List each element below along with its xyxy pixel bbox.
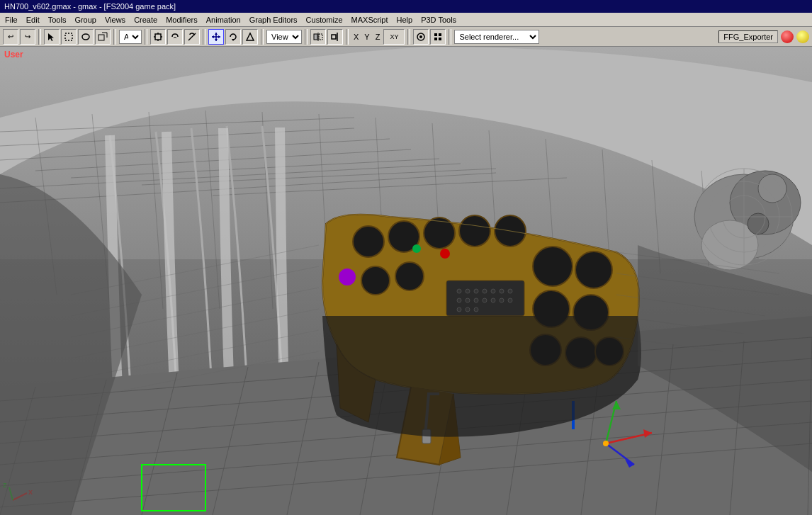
svg-point-75 <box>533 247 573 286</box>
menu-bar: File Edit Tools Group Views Create Modif… <box>0 13 812 27</box>
viewport: User <box>0 47 812 515</box>
svg-point-98 <box>466 307 470 312</box>
svg-point-1 <box>82 34 89 40</box>
svg-rect-2 <box>98 35 104 40</box>
mirror-button[interactable] <box>310 29 326 45</box>
svg-point-43 <box>758 174 786 203</box>
svg-rect-7 <box>332 35 336 39</box>
svg-point-73 <box>361 266 390 295</box>
toolbar-right: FFG_Exporter <box>718 30 809 43</box>
svg-rect-12 <box>439 33 441 36</box>
x-label: X <box>351 33 361 41</box>
warning-button[interactable] <box>796 30 809 43</box>
y-label: Y <box>362 33 371 41</box>
separator-1 <box>38 29 41 45</box>
svg-point-44 <box>748 213 769 234</box>
align-button[interactable] <box>327 29 343 45</box>
lasso-select-button[interactable] <box>78 29 94 45</box>
exporter-label: FFG_Exporter <box>718 30 778 43</box>
svg-point-83 <box>457 289 461 293</box>
separator-2 <box>113 29 116 45</box>
separator-5 <box>261 29 264 45</box>
link-button[interactable] <box>167 29 183 45</box>
svg-rect-13 <box>434 38 437 40</box>
view-mode-dropdown[interactable]: View <box>266 30 302 44</box>
menu-help[interactable]: Help <box>393 15 417 25</box>
menu-p3d-tools[interactable]: P3D Tools <box>417 15 460 25</box>
svg-point-68 <box>353 226 384 257</box>
separator-4 <box>203 29 205 45</box>
svg-point-71 <box>459 215 490 247</box>
undo-button[interactable]: ↩ <box>3 29 18 45</box>
unlink-button[interactable] <box>184 29 200 45</box>
svg-point-89 <box>508 289 512 293</box>
rotate-button[interactable] <box>225 29 241 45</box>
toolbar: ↩ ↪ All View <box>0 27 812 47</box>
svg-point-87 <box>491 289 495 293</box>
scale-button[interactable] <box>242 29 258 45</box>
svg-point-74 <box>395 262 424 290</box>
menu-modifiers[interactable]: Modifiers <box>162 15 201 25</box>
svg-point-90 <box>457 298 461 302</box>
svg-point-92 <box>474 298 478 302</box>
svg-point-100 <box>440 249 450 259</box>
svg-rect-11 <box>434 33 437 36</box>
window-cross-button[interactable] <box>95 29 111 45</box>
xyz-lock-button[interactable]: XY <box>383 29 405 45</box>
svg-point-111 <box>603 441 609 446</box>
menu-tools[interactable]: Tools <box>45 15 70 25</box>
svg-point-99 <box>474 307 478 312</box>
svg-point-101 <box>339 268 356 285</box>
svg-point-102 <box>412 244 421 253</box>
select-object-button[interactable] <box>150 29 166 45</box>
separator-8 <box>407 29 410 45</box>
move-button[interactable] <box>208 29 224 45</box>
svg-point-96 <box>508 298 512 302</box>
menu-graph-editors[interactable]: Graph Editors <box>246 15 301 25</box>
menu-views[interactable]: Views <box>101 15 129 25</box>
select-region-button[interactable] <box>61 29 77 45</box>
menu-create[interactable]: Create <box>130 15 161 25</box>
redo-button[interactable]: ↪ <box>20 29 35 45</box>
svg-point-86 <box>483 289 487 293</box>
svg-point-93 <box>483 298 487 302</box>
svg-rect-0 <box>65 33 72 40</box>
svg-point-95 <box>500 298 504 302</box>
svg-point-84 <box>466 289 470 293</box>
menu-animation[interactable]: Animation <box>203 15 244 25</box>
svg-point-10 <box>419 35 422 38</box>
viewport-label: User <box>4 50 23 60</box>
menu-group[interactable]: Group <box>71 15 100 25</box>
svg-point-94 <box>491 298 495 302</box>
svg-rect-14 <box>439 38 441 40</box>
snap-options[interactable] <box>430 29 446 45</box>
svg-rect-3 <box>155 34 161 40</box>
scene-canvas[interactable]: X Z <box>0 47 812 515</box>
z-label: Z <box>373 33 383 41</box>
filter-dropdown[interactable]: All <box>119 30 142 44</box>
svg-point-91 <box>466 298 470 302</box>
menu-edit[interactable]: Edit <box>23 15 43 25</box>
snap-toggle[interactable] <box>413 29 429 45</box>
menu-file[interactable]: File <box>1 15 21 25</box>
separator-7 <box>346 29 349 45</box>
svg-rect-4 <box>314 34 317 40</box>
separator-9 <box>449 29 451 45</box>
title-bar: HN700_v602.gmax - gmax - [FS2004 game pa… <box>0 0 812 13</box>
menu-customize[interactable]: Customize <box>303 15 346 25</box>
svg-point-97 <box>457 307 461 312</box>
menu-maxscript[interactable]: MAXScript <box>348 15 392 25</box>
separator-6 <box>305 29 308 45</box>
svg-point-88 <box>500 289 504 293</box>
svg-point-85 <box>474 289 478 293</box>
title-text: HN700_v602.gmax - gmax - [FS2004 game pa… <box>4 2 176 11</box>
render-dropdown[interactable]: Select renderer... <box>454 30 539 44</box>
svg-point-76 <box>575 251 612 288</box>
record-button[interactable] <box>781 30 794 43</box>
separator-3 <box>145 29 147 45</box>
select-button[interactable] <box>44 29 60 45</box>
svg-rect-5 <box>319 34 322 40</box>
